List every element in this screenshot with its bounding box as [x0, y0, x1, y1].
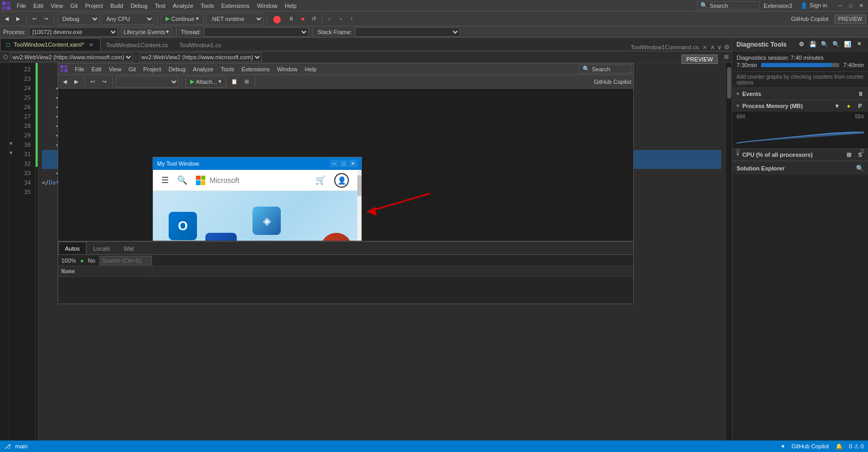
- editor-scrollbar[interactable]: [726, 63, 732, 440]
- preview-button[interactable]: PREVIEW: [682, 55, 718, 64]
- diag-chart-icon[interactable]: 📊: [843, 40, 852, 49]
- toolbar-debug-start[interactable]: ⬤: [270, 13, 284, 25]
- continue-dropdown-arrow[interactable]: ▾: [196, 15, 199, 22]
- inner-tab-locals[interactable]: Locals: [86, 242, 117, 254]
- inner-menu-tools[interactable]: Tools: [217, 65, 237, 73]
- diag-zoom-out-icon[interactable]: 🔍: [831, 40, 841, 49]
- tab-close-right[interactable]: ✕: [701, 44, 708, 51]
- toolbar-back[interactable]: ◀: [2, 13, 12, 25]
- lifecycle-button[interactable]: Lifecycle Events ▾: [121, 27, 172, 37]
- inner-attach-dropdown-arrow[interactable]: ▾: [218, 78, 222, 85]
- cart-icon[interactable]: 🛒: [315, 175, 326, 185]
- tab-close-0[interactable]: ✕: [87, 41, 95, 48]
- toolbar-redo[interactable]: ↪: [41, 13, 51, 25]
- inner-menu-help[interactable]: Help: [302, 65, 320, 73]
- inner-menu-project[interactable]: Project: [140, 65, 164, 73]
- inner-menu-file[interactable]: File: [72, 65, 87, 73]
- menu-search-box[interactable]: 🔍 Search: [697, 1, 760, 10]
- inner-tab-watch[interactable]: Wat: [117, 242, 140, 254]
- inner-toolbar-btn4[interactable]: ⊞: [242, 76, 251, 88]
- toolbar-stop[interactable]: ■: [299, 13, 307, 25]
- events-pause-icon[interactable]: ⏸: [855, 89, 865, 99]
- menu-test[interactable]: Test: [152, 2, 169, 10]
- toolbar-step-into[interactable]: ↓: [325, 13, 333, 25]
- ms-search-icon[interactable]: 🔍: [177, 175, 188, 185]
- inner-menu-edit[interactable]: Edit: [89, 65, 105, 73]
- inner-menu-view[interactable]: View: [106, 65, 125, 73]
- menu-git[interactable]: Git: [67, 2, 81, 10]
- toolbar-forward[interactable]: ▶: [14, 13, 23, 25]
- stack-dropdown[interactable]: [355, 27, 460, 37]
- runtime-dropdown[interactable]: .NET runtime: [206, 13, 263, 25]
- menu-debug[interactable]: Debug: [127, 2, 150, 10]
- memory-section-header[interactable]: ▼ Process Memory (MB) ▼ ● P: [732, 100, 868, 112]
- inner-toolbar-redo[interactable]: ↪: [100, 76, 109, 88]
- solution-search-icon[interactable]: 🔍: [856, 165, 864, 172]
- inner-toolbar-btn3[interactable]: 📋: [228, 76, 240, 88]
- menu-tools[interactable]: Tools: [197, 2, 217, 10]
- mem-filter-icon[interactable]: ▼: [832, 101, 842, 111]
- chevron-down-icon[interactable]: ∨: [717, 44, 722, 51]
- diag-settings-icon[interactable]: ⚙: [797, 40, 806, 49]
- collapse-arrow-30[interactable]: ▼: [8, 150, 14, 156]
- ms-scrollbar[interactable]: [357, 170, 361, 241]
- maximize-button[interactable]: □: [846, 2, 855, 10]
- settings-icon[interactable]: ⚙: [724, 44, 730, 51]
- cpu-config-dropdown[interactable]: Any CPU: [102, 13, 154, 25]
- inner-menu-window[interactable]: Window: [274, 65, 301, 73]
- mem-snapshot-icon[interactable]: ●: [844, 101, 853, 111]
- mem-flag-icon[interactable]: P: [855, 101, 865, 111]
- autos-search-input[interactable]: [100, 256, 152, 265]
- inner-toolbar-btn1[interactable]: ◀: [60, 76, 70, 88]
- inner-menu-extensions[interactable]: Extensions: [238, 65, 273, 73]
- menu-window[interactable]: Window: [254, 2, 280, 10]
- tab-toolwindow1content-cs[interactable]: ToolWindow1Content.cs: [101, 38, 174, 51]
- close-button[interactable]: ✕: [856, 2, 866, 10]
- tool-window-minimize[interactable]: ─: [330, 160, 338, 167]
- code-path-right-select[interactable]: wv2:WebView2 (https://www.microsoft.com): [139, 52, 262, 62]
- tool-window-maximize[interactable]: □: [339, 160, 348, 167]
- inner-menu-git[interactable]: Git: [125, 65, 139, 73]
- inner-search-box[interactable]: 🔍 Search: [579, 64, 631, 73]
- diag-close-icon[interactable]: ✕: [854, 40, 864, 48]
- chevron-up-icon[interactable]: ∧: [710, 44, 715, 51]
- menu-analyze[interactable]: Analyze: [170, 2, 196, 10]
- toolbar-step-out[interactable]: ↑: [348, 13, 356, 25]
- inner-config-dropdown[interactable]: [116, 76, 179, 88]
- toolbar-undo[interactable]: ↩: [30, 13, 39, 25]
- toolbar-restart[interactable]: ↺: [309, 13, 318, 25]
- menu-project[interactable]: Project: [82, 2, 106, 10]
- inner-toolbar-undo[interactable]: ↩: [88, 76, 97, 88]
- inner-tab-autos[interactable]: Autos: [58, 242, 86, 254]
- inner-attach-button[interactable]: ▶ Attach... ▾: [185, 76, 226, 88]
- collapse-arrow-29[interactable]: ▼: [8, 141, 14, 146]
- menu-file[interactable]: File: [14, 2, 29, 10]
- inner-menu-debug[interactable]: Debug: [166, 65, 189, 73]
- toolbar-step-over[interactable]: →: [335, 13, 346, 25]
- menu-edit[interactable]: Edit: [30, 2, 47, 10]
- inner-copilot-label[interactable]: GitHub Copilot: [594, 79, 631, 85]
- hamburger-icon[interactable]: ☰: [161, 175, 169, 185]
- debug-config-dropdown[interactable]: Debug: [58, 13, 100, 25]
- inner-menu-analyze[interactable]: Analyze: [190, 65, 216, 73]
- process-dropdown[interactable]: [10072] devenv.exe: [29, 27, 118, 37]
- ms-scrollbar-thumb[interactable]: [357, 175, 361, 196]
- scrollbar-thumb[interactable]: [727, 67, 731, 99]
- sign-in-button[interactable]: 👤 Sign in: [797, 2, 830, 9]
- toolbar-pause[interactable]: ⏸: [286, 13, 296, 25]
- tab-toolwindow1content-xaml[interactable]: ⬡ ToolWindow1Content.xaml* ✕: [0, 38, 101, 51]
- inner-toolbar-btn2[interactable]: ▶: [72, 76, 81, 88]
- thread-dropdown[interactable]: [204, 27, 309, 37]
- continue-button[interactable]: ▶ Continue ▾: [161, 13, 204, 25]
- menu-help[interactable]: Help: [282, 2, 300, 10]
- github-copilot-toolbar[interactable]: GitHub Copilot: [787, 16, 833, 22]
- menu-view[interactable]: View: [48, 2, 67, 10]
- account-icon[interactable]: 👤: [334, 173, 349, 188]
- menu-extensions[interactable]: Extensions: [218, 2, 253, 10]
- copilot-icon[interactable]: ✦: [781, 443, 785, 450]
- tool-window-close[interactable]: ✕: [349, 160, 357, 167]
- notifications-icon[interactable]: 🔔: [836, 443, 843, 450]
- diag-zoom-in-icon[interactable]: 🔍: [820, 40, 829, 49]
- expand-icon[interactable]: ⊞: [724, 53, 729, 60]
- code-path-left-select[interactable]: wv2:WebView2 (https://www.microsoft.com): [10, 52, 133, 62]
